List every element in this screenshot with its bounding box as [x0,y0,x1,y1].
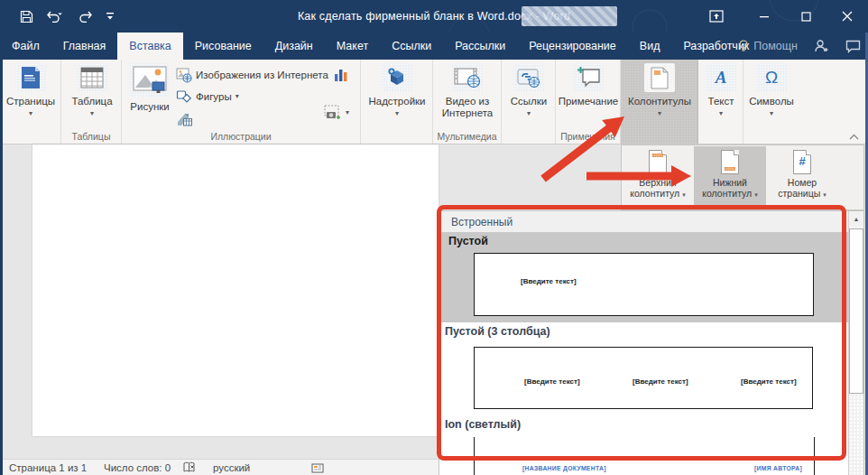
header-label-line2: колонтитул ▾ [630,188,685,199]
symbols-button[interactable]: Ω Символы ▾ [747,61,796,142]
smartart-icon [176,111,193,126]
tab-references[interactable]: Ссылки [380,33,443,60]
header-footer-label: Колонтитулы [628,96,691,107]
online-video-label-line2: Интернета [442,107,493,119]
page-number-label-line1: Номер [788,177,817,188]
ribbon-group-illustrations: Рисунки Изображения из Интернета Фигуры … [122,60,361,144]
menu-item-header[interactable]: Верхний колонтитул ▾ [622,146,694,209]
tab-file[interactable]: Файл [0,33,51,60]
caret-icon: ▾ [719,110,723,117]
placeholder-text: [Введите текст] [524,377,580,386]
pages-button[interactable]: Страницы ▾ [6,61,55,142]
gallery-item-blank[interactable]: Пустой [Введите текст] [439,232,849,322]
caret-icon: ▾ [346,109,349,116]
word-count-status[interactable]: Число слов: 0 [104,460,171,475]
collapse-ribbon-button[interactable] [849,134,859,140]
footer-icon [721,150,739,174]
placeholder-text: [Введите текст] [741,377,797,386]
header-icon [649,150,667,174]
footer-label-line1: Нижний [713,177,747,188]
links-button[interactable]: Ссылки ▾ [505,61,552,142]
tab-review[interactable]: Рецензирование [517,33,628,60]
caret-icon: ▾ [770,110,773,117]
tabs-right-area: Помощн [738,33,861,60]
shapes-button[interactable]: Фигуры ▾ [176,87,239,107]
footer-preview-blank: [Введите текст] [474,253,814,316]
close-button[interactable] [826,0,868,33]
tell-me-button[interactable]: Помощн [738,40,798,53]
ribbon-group-media: Видео из Интернета Мультимедиа [433,60,502,144]
share-button[interactable] [814,39,829,53]
screenshot-button[interactable]: ▾ [324,103,349,123]
header-footer-button[interactable]: Колонтитулы ▾ [621,61,698,142]
ribbon-group-comments: Примечание Примечания [556,60,621,144]
new-comment-icon [573,63,604,92]
ribbon-group-links: Ссылки ▾ [502,60,556,144]
menu-item-page-number[interactable]: # Номер страницы ▾ [766,146,838,209]
header-footer-icon [644,63,675,92]
tab-mailings[interactable]: Рассылки [443,33,517,60]
window-controls [743,0,868,33]
text-button[interactable]: A Текст ▾ [700,61,742,142]
scrollbar-thumb[interactable] [849,228,863,394]
online-pictures-button[interactable]: Изображения из Интернета [176,65,328,85]
multimedia-group-label: Мультимедиа [433,131,501,142]
person-add-icon [814,39,829,53]
table-button[interactable]: Таблица ▾ [67,61,117,126]
caret-icon: ▾ [658,110,661,117]
caret-icon: ▾ [682,191,686,198]
omega-icon: Ω [756,63,787,92]
minimize-button[interactable] [743,0,785,33]
caret-icon: ▾ [235,93,239,100]
menu-item-footer[interactable]: Нижний колонтитул ▾ [694,146,766,209]
caret-icon: ▾ [90,110,94,117]
ribbon-group-symbols: Ω Символы ▾ [743,60,799,144]
online-video-button[interactable]: Видео из Интернета [438,61,497,126]
pictures-label: Рисунки [130,101,169,113]
tab-layout[interactable]: Макет [325,33,380,60]
titlebar: Как сделать фирменный бланк в Word.docx … [0,0,868,33]
online-video-label-line1: Видео из [446,96,490,107]
gallery-item-name: Ion (светлый) [445,418,521,431]
document-page[interactable] [32,144,439,436]
shapes-icon [176,89,192,104]
chart-button[interactable] [328,65,355,85]
comments-bubble-button[interactable] [845,40,861,53]
pictures-icon [130,63,170,98]
addins-icon [382,63,412,92]
tab-insert[interactable]: Вставка [117,33,182,60]
gallery-scrollbar[interactable]: ▲ [848,211,863,475]
comment-button[interactable]: Примечание [556,61,621,126]
gallery-item-ion-light[interactable]: Ion (светлый) [НАЗВАНИЕ ДОКУМЕНТА] [ИМЯ … [439,418,849,475]
ribbon-display-options-button[interactable] [698,0,734,33]
gallery-item-blank-3col[interactable]: Пустой (3 столбца) [Введите текст] [Введ… [439,322,849,418]
header-footer-menu: Верхний колонтитул ▾ Нижний колонтитул ▾… [621,144,864,210]
word-window: Как сделать фирменный бланк в Word.docx … [0,0,868,475]
macro-recording-icon[interactable] [311,460,324,475]
online-pictures-icon [176,68,192,83]
tab-design[interactable]: Дизайн [263,33,325,60]
maximize-button[interactable] [785,0,826,33]
text-label: Текст [708,96,734,107]
table-icon [77,63,107,92]
caret-icon: ▾ [527,110,531,117]
page-number-status[interactable]: Страница 1 из 1 [9,460,87,475]
ribbon-group-tables: Таблица ▾ Таблицы [61,60,122,144]
gallery-section-header: Встроенный [439,211,849,232]
proofing-status-icon[interactable] [183,460,196,475]
footer-label-line2: колонтитул ▾ [702,188,757,199]
addins-button[interactable]: Надстройки ▾ [365,61,429,142]
tab-home[interactable]: Главная [51,33,118,60]
chart-icon [333,67,349,83]
tab-draw[interactable]: Рисование [183,33,263,60]
pages-label: Страницы [6,96,55,107]
language-status[interactable]: русский [213,460,250,475]
pictures-button[interactable]: Рисунки [126,61,173,126]
ribbon-group-pages: Страницы ▾ [0,60,61,144]
links-label: Ссылки [511,96,548,107]
footer-gallery-popup: Встроенный Пустой [Введите текст] Пустой… [439,210,864,475]
tab-view[interactable]: Вид [628,33,672,60]
smartart-button[interactable] [176,108,193,128]
gallery-item-name: Пустой [448,235,488,247]
scroll-up-button[interactable]: ▲ [849,211,863,227]
